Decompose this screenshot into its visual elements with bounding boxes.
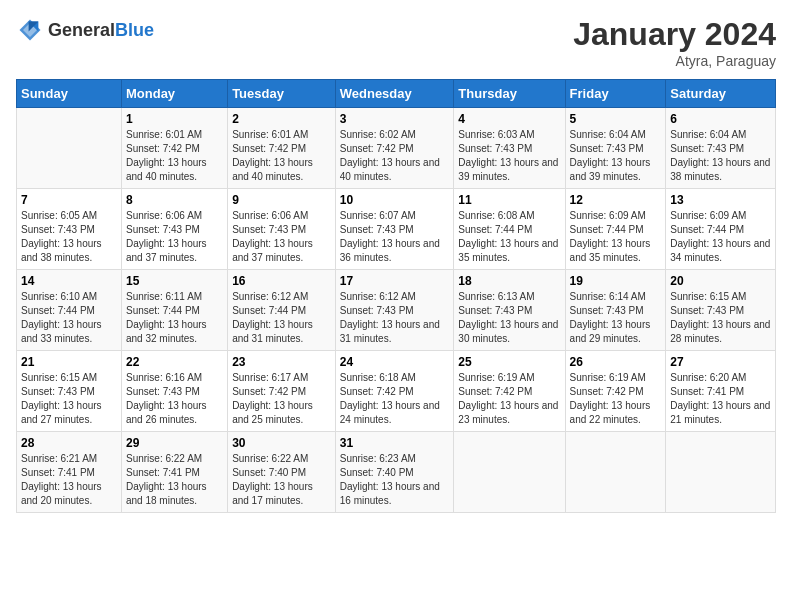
calendar-cell: 23Sunrise: 6:17 AMSunset: 7:42 PMDayligh… <box>228 351 336 432</box>
calendar-cell <box>454 432 565 513</box>
day-number: 18 <box>458 274 560 288</box>
calendar-cell: 11Sunrise: 6:08 AMSunset: 7:44 PMDayligh… <box>454 189 565 270</box>
day-info: Sunrise: 6:22 AMSunset: 7:40 PMDaylight:… <box>232 452 331 508</box>
column-header-monday: Monday <box>121 80 227 108</box>
day-number: 9 <box>232 193 331 207</box>
day-number: 15 <box>126 274 223 288</box>
calendar-cell: 2Sunrise: 6:01 AMSunset: 7:42 PMDaylight… <box>228 108 336 189</box>
day-number: 14 <box>21 274 117 288</box>
day-number: 8 <box>126 193 223 207</box>
day-info: Sunrise: 6:12 AMSunset: 7:44 PMDaylight:… <box>232 290 331 346</box>
day-number: 20 <box>670 274 771 288</box>
calendar-cell <box>17 108 122 189</box>
day-number: 16 <box>232 274 331 288</box>
day-info: Sunrise: 6:11 AMSunset: 7:44 PMDaylight:… <box>126 290 223 346</box>
day-info: Sunrise: 6:01 AMSunset: 7:42 PMDaylight:… <box>126 128 223 184</box>
day-info: Sunrise: 6:09 AMSunset: 7:44 PMDaylight:… <box>570 209 662 265</box>
day-info: Sunrise: 6:13 AMSunset: 7:43 PMDaylight:… <box>458 290 560 346</box>
day-number: 3 <box>340 112 450 126</box>
calendar-cell: 20Sunrise: 6:15 AMSunset: 7:43 PMDayligh… <box>666 270 776 351</box>
column-header-tuesday: Tuesday <box>228 80 336 108</box>
calendar-cell: 13Sunrise: 6:09 AMSunset: 7:44 PMDayligh… <box>666 189 776 270</box>
column-header-sunday: Sunday <box>17 80 122 108</box>
day-info: Sunrise: 6:22 AMSunset: 7:41 PMDaylight:… <box>126 452 223 508</box>
day-info: Sunrise: 6:09 AMSunset: 7:44 PMDaylight:… <box>670 209 771 265</box>
column-header-friday: Friday <box>565 80 666 108</box>
day-info: Sunrise: 6:23 AMSunset: 7:40 PMDaylight:… <box>340 452 450 508</box>
day-info: Sunrise: 6:15 AMSunset: 7:43 PMDaylight:… <box>21 371 117 427</box>
day-number: 21 <box>21 355 117 369</box>
column-header-thursday: Thursday <box>454 80 565 108</box>
calendar-cell: 6Sunrise: 6:04 AMSunset: 7:43 PMDaylight… <box>666 108 776 189</box>
day-info: Sunrise: 6:19 AMSunset: 7:42 PMDaylight:… <box>458 371 560 427</box>
week-row-2: 7Sunrise: 6:05 AMSunset: 7:43 PMDaylight… <box>17 189 776 270</box>
title-block: January 2024 Atyra, Paraguay <box>573 16 776 69</box>
day-number: 6 <box>670 112 771 126</box>
day-number: 27 <box>670 355 771 369</box>
calendar-cell: 3Sunrise: 6:02 AMSunset: 7:42 PMDaylight… <box>335 108 454 189</box>
day-info: Sunrise: 6:16 AMSunset: 7:43 PMDaylight:… <box>126 371 223 427</box>
day-number: 4 <box>458 112 560 126</box>
day-info: Sunrise: 6:10 AMSunset: 7:44 PMDaylight:… <box>21 290 117 346</box>
calendar-cell <box>666 432 776 513</box>
calendar-cell: 15Sunrise: 6:11 AMSunset: 7:44 PMDayligh… <box>121 270 227 351</box>
day-number: 23 <box>232 355 331 369</box>
day-info: Sunrise: 6:03 AMSunset: 7:43 PMDaylight:… <box>458 128 560 184</box>
calendar-cell: 5Sunrise: 6:04 AMSunset: 7:43 PMDaylight… <box>565 108 666 189</box>
column-header-wednesday: Wednesday <box>335 80 454 108</box>
day-number: 28 <box>21 436 117 450</box>
logo-text-blue: Blue <box>115 20 154 40</box>
location: Atyra, Paraguay <box>573 53 776 69</box>
calendar-cell: 12Sunrise: 6:09 AMSunset: 7:44 PMDayligh… <box>565 189 666 270</box>
calendar-cell: 10Sunrise: 6:07 AMSunset: 7:43 PMDayligh… <box>335 189 454 270</box>
day-number: 24 <box>340 355 450 369</box>
day-info: Sunrise: 6:12 AMSunset: 7:43 PMDaylight:… <box>340 290 450 346</box>
day-info: Sunrise: 6:01 AMSunset: 7:42 PMDaylight:… <box>232 128 331 184</box>
day-number: 26 <box>570 355 662 369</box>
day-number: 25 <box>458 355 560 369</box>
day-info: Sunrise: 6:06 AMSunset: 7:43 PMDaylight:… <box>232 209 331 265</box>
day-info: Sunrise: 6:04 AMSunset: 7:43 PMDaylight:… <box>670 128 771 184</box>
day-number: 12 <box>570 193 662 207</box>
day-info: Sunrise: 6:20 AMSunset: 7:41 PMDaylight:… <box>670 371 771 427</box>
day-info: Sunrise: 6:14 AMSunset: 7:43 PMDaylight:… <box>570 290 662 346</box>
day-info: Sunrise: 6:04 AMSunset: 7:43 PMDaylight:… <box>570 128 662 184</box>
day-info: Sunrise: 6:21 AMSunset: 7:41 PMDaylight:… <box>21 452 117 508</box>
day-info: Sunrise: 6:06 AMSunset: 7:43 PMDaylight:… <box>126 209 223 265</box>
calendar-cell: 27Sunrise: 6:20 AMSunset: 7:41 PMDayligh… <box>666 351 776 432</box>
day-info: Sunrise: 6:18 AMSunset: 7:42 PMDaylight:… <box>340 371 450 427</box>
calendar-cell: 26Sunrise: 6:19 AMSunset: 7:42 PMDayligh… <box>565 351 666 432</box>
calendar-cell: 7Sunrise: 6:05 AMSunset: 7:43 PMDaylight… <box>17 189 122 270</box>
week-row-4: 21Sunrise: 6:15 AMSunset: 7:43 PMDayligh… <box>17 351 776 432</box>
calendar-cell <box>565 432 666 513</box>
day-info: Sunrise: 6:17 AMSunset: 7:42 PMDaylight:… <box>232 371 331 427</box>
day-number: 5 <box>570 112 662 126</box>
calendar-cell: 16Sunrise: 6:12 AMSunset: 7:44 PMDayligh… <box>228 270 336 351</box>
calendar-cell: 4Sunrise: 6:03 AMSunset: 7:43 PMDaylight… <box>454 108 565 189</box>
header-row: SundayMondayTuesdayWednesdayThursdayFrid… <box>17 80 776 108</box>
calendar-cell: 17Sunrise: 6:12 AMSunset: 7:43 PMDayligh… <box>335 270 454 351</box>
column-header-saturday: Saturday <box>666 80 776 108</box>
logo-text-general: General <box>48 20 115 40</box>
month-year: January 2024 <box>573 16 776 53</box>
day-number: 29 <box>126 436 223 450</box>
day-number: 17 <box>340 274 450 288</box>
calendar-cell: 31Sunrise: 6:23 AMSunset: 7:40 PMDayligh… <box>335 432 454 513</box>
calendar-cell: 8Sunrise: 6:06 AMSunset: 7:43 PMDaylight… <box>121 189 227 270</box>
day-number: 13 <box>670 193 771 207</box>
logo: GeneralBlue <box>16 16 154 44</box>
calendar-cell: 29Sunrise: 6:22 AMSunset: 7:41 PMDayligh… <box>121 432 227 513</box>
page-header: GeneralBlue January 2024 Atyra, Paraguay <box>16 16 776 69</box>
day-info: Sunrise: 6:05 AMSunset: 7:43 PMDaylight:… <box>21 209 117 265</box>
day-info: Sunrise: 6:15 AMSunset: 7:43 PMDaylight:… <box>670 290 771 346</box>
day-info: Sunrise: 6:07 AMSunset: 7:43 PMDaylight:… <box>340 209 450 265</box>
day-info: Sunrise: 6:19 AMSunset: 7:42 PMDaylight:… <box>570 371 662 427</box>
calendar-cell: 1Sunrise: 6:01 AMSunset: 7:42 PMDaylight… <box>121 108 227 189</box>
day-number: 30 <box>232 436 331 450</box>
calendar-cell: 28Sunrise: 6:21 AMSunset: 7:41 PMDayligh… <box>17 432 122 513</box>
week-row-5: 28Sunrise: 6:21 AMSunset: 7:41 PMDayligh… <box>17 432 776 513</box>
logo-icon <box>16 16 44 44</box>
day-number: 7 <box>21 193 117 207</box>
day-number: 10 <box>340 193 450 207</box>
day-number: 2 <box>232 112 331 126</box>
